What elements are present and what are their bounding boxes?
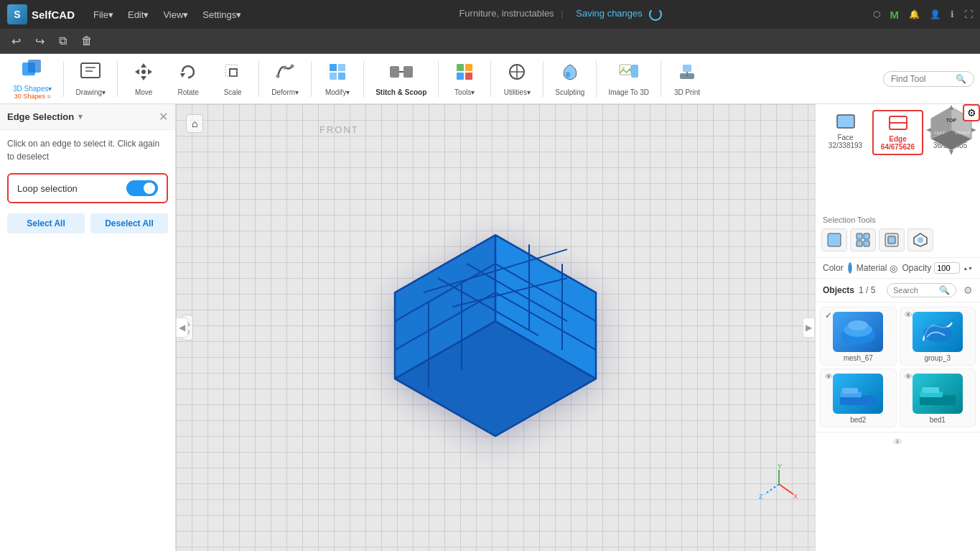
search-icon: 🔍 <box>939 285 950 295</box>
sep1 <box>63 61 64 97</box>
deselect-all-button[interactable]: Deselect All <box>90 213 168 233</box>
image-to-3d-icon <box>618 62 640 87</box>
tool-modify[interactable]: Modify▾ <box>316 59 359 99</box>
sep5 <box>363 61 364 97</box>
sel-tool-3[interactable] <box>879 228 905 251</box>
axis-widget: Y X Z <box>757 463 801 508</box>
panel-dropdown-icon[interactable]: ▾ <box>78 112 83 121</box>
mesh67-thumb <box>833 312 883 352</box>
cube-svg <box>359 213 632 465</box>
objects-label: Objects <box>823 285 854 295</box>
tool-3d-print[interactable]: 3D Print <box>666 59 709 99</box>
find-tool-input[interactable] <box>891 74 956 84</box>
svg-marker-7 <box>135 69 139 75</box>
svg-point-89 <box>848 320 868 330</box>
undo-button[interactable]: ↩ <box>6 32 27 51</box>
svg-rect-79 <box>857 233 862 239</box>
fullscreen-icon[interactable]: ⛶ <box>964 9 973 19</box>
menu-settings[interactable]: Settings▾ <box>195 6 248 23</box>
object-bed2[interactable]: 👁 bed2 <box>820 369 897 427</box>
maintoolbar: 3D Shapes▾ 30 Shapes = Drawing▾ Move Rot… <box>0 54 980 104</box>
content: Edge Selection ▾ ✕ Click on an edge to s… <box>0 104 980 551</box>
info-icon[interactable]: ℹ <box>951 9 954 19</box>
sel-tool-2[interactable] <box>850 228 876 251</box>
redo-button[interactable]: ↪ <box>29 32 50 51</box>
stitch-icon <box>388 62 414 87</box>
opacity-stepper[interactable]: ▲▼ <box>963 266 973 271</box>
objects-gear-icon[interactable]: ⚙ <box>963 284 973 296</box>
color-swatch[interactable] <box>848 262 852 274</box>
object-mesh67[interactable]: ✓ mesh_67 <box>820 307 897 366</box>
copy-button[interactable]: ⧉ <box>53 32 73 50</box>
svg-rect-12 <box>225 65 237 76</box>
select-all-button[interactable]: Select All <box>7 213 85 233</box>
view-face[interactable]: Face 32/338193 <box>821 110 869 152</box>
eye-icon-bed1: 👁 <box>905 372 913 381</box>
object-bed1[interactable]: 👁 bed1 <box>900 369 976 427</box>
panel-header: Edge Selection ▾ ✕ <box>0 104 175 130</box>
tool-image-to-3d[interactable]: Image To 3D <box>601 59 656 99</box>
search-icon: 🔍 <box>956 74 966 84</box>
tool-deform[interactable]: Deform▾ <box>263 59 307 99</box>
tool-tools[interactable]: Tools▾ <box>443 59 486 99</box>
svg-line-55 <box>779 484 793 494</box>
gear-icon: ⚙ <box>967 107 976 119</box>
saving-status: Saving changes <box>576 8 643 19</box>
user-icon[interactable]: 👤 <box>930 9 941 19</box>
menu-file[interactable]: File▾ <box>86 6 121 23</box>
loop-toggle[interactable] <box>126 180 158 196</box>
menu-view[interactable]: View▾ <box>156 6 195 23</box>
scale-label: Scale <box>224 88 242 96</box>
bed1-preview <box>916 377 959 410</box>
group3-thumb <box>913 312 963 352</box>
sel-tool-4[interactable] <box>907 228 933 251</box>
home-button[interactable]: ⌂ <box>186 114 203 133</box>
tool-utilities[interactable]: Utilities▾ <box>495 59 538 99</box>
tool-stitch[interactable]: Stitch & Scoop <box>368 59 434 99</box>
sep2 <box>117 61 118 97</box>
tool-move[interactable]: Move <box>122 59 165 99</box>
tool-drawing[interactable]: Drawing▾ <box>68 59 113 99</box>
svg-rect-30 <box>631 65 638 78</box>
face-label: Face <box>837 134 853 142</box>
loop-selection-row: Loop selection <box>7 173 168 203</box>
find-tool-wrapper: 🔍 <box>883 71 974 87</box>
search-box: 🔍 <box>887 283 956 297</box>
bell-icon[interactable]: 🔔 <box>909 9 920 19</box>
sep4 <box>311 61 312 97</box>
svg-rect-96 <box>922 387 939 393</box>
tool-3d-shapes[interactable]: 3D Shapes▾ 30 Shapes = <box>6 55 59 103</box>
sel-tool-1[interactable] <box>821 228 847 251</box>
project-title: Furniture, instructables <box>459 8 554 19</box>
modify-icon <box>327 62 347 87</box>
gear-button[interactable]: ⚙ <box>963 104 980 121</box>
material-text: Material <box>857 263 887 273</box>
svg-rect-21 <box>403 66 413 78</box>
svg-rect-59 <box>837 115 854 128</box>
material-icon[interactable]: ◎ <box>890 263 897 274</box>
svg-rect-17 <box>338 64 345 71</box>
panel-close-button[interactable]: ✕ <box>159 110 168 124</box>
tool-scale[interactable]: Scale <box>211 59 254 99</box>
tool-sculpting[interactable]: Sculpting <box>548 59 592 99</box>
view-edge[interactable]: Edge 64/675626 <box>872 110 923 155</box>
3d-print-label: 3D Print <box>674 88 700 96</box>
svg-marker-75 <box>949 150 953 155</box>
m-icon[interactable]: M <box>890 9 900 21</box>
objects-row: Objects 1 / 5 🔍 ⚙ <box>816 279 980 302</box>
tool-rotate[interactable]: Rotate <box>167 59 210 99</box>
sculpting-icon <box>560 62 580 87</box>
bed1-thumb <box>913 374 963 414</box>
toolbar: ↩ ↪ ⧉ 🗑 <box>0 29 980 54</box>
object-group3[interactable]: 👁 group_3 <box>900 307 976 366</box>
collapse-left-button[interactable]: ◀ <box>176 318 188 338</box>
viewport[interactable]: FRONT ⌂ △ ▽ <box>176 104 815 551</box>
shapes-count: 30 Shapes = <box>14 93 51 100</box>
opacity-input[interactable] <box>934 262 960 274</box>
menu-edit[interactable]: Edit▾ <box>121 6 156 23</box>
collapse-right-button[interactable]: ▶ <box>803 318 815 338</box>
search-input[interactable] <box>893 286 936 295</box>
delete-button[interactable]: 🗑 <box>75 32 98 50</box>
share-icon[interactable]: ⬡ <box>873 9 880 19</box>
sep8 <box>543 61 543 97</box>
